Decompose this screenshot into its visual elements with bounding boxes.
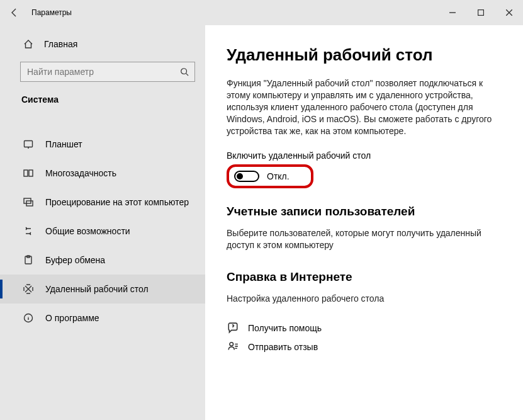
sidebar-item-label: Буфер обмена bbox=[45, 255, 105, 265]
sidebar-item-clipboard[interactable]: Буфер обмена bbox=[0, 246, 205, 275]
svg-rect-4 bbox=[29, 170, 33, 176]
sidebar-item-about[interactable]: О программе bbox=[0, 304, 205, 332]
tablet-icon bbox=[23, 139, 34, 149]
sidebar-item-remote-desktop[interactable]: Удаленный рабочий стол bbox=[0, 275, 205, 304]
svg-rect-0 bbox=[478, 10, 483, 16]
remote-desktop-toggle-highlight: Откл. bbox=[227, 164, 313, 188]
search-input[interactable] bbox=[21, 67, 174, 77]
toggle-state: Откл. bbox=[267, 171, 290, 181]
svg-rect-3 bbox=[24, 170, 28, 176]
sidebar-item-tablet[interactable]: Планшет bbox=[0, 130, 205, 159]
home-icon bbox=[23, 39, 34, 49]
search-box[interactable] bbox=[20, 62, 195, 82]
maximize-button[interactable] bbox=[466, 0, 495, 25]
sidebar-item-label: Многозадачность bbox=[45, 168, 116, 178]
close-button[interactable] bbox=[495, 0, 523, 25]
window-title: Параметры bbox=[29, 8, 72, 17]
sidebar-item-label: Планшет bbox=[45, 139, 82, 149]
multitasking-icon bbox=[23, 168, 34, 178]
svg-point-1 bbox=[181, 69, 187, 74]
projecting-icon bbox=[23, 197, 34, 207]
feedback-icon bbox=[227, 341, 239, 353]
accounts-desc: Выберите пользователей, которые могут по… bbox=[227, 227, 491, 251]
sidebar: Главная Система Планшет bbox=[0, 25, 205, 420]
help-title: Справка в Интернете bbox=[227, 270, 504, 284]
accounts-title: Учетные записи пользователей bbox=[227, 205, 504, 219]
sidebar-item-label: Удаленный рабочий стол bbox=[45, 284, 149, 294]
feedback-label: Отправить отзыв bbox=[248, 342, 318, 352]
help-desc: Настройка удаленного рабочего стола bbox=[227, 293, 491, 305]
shared-icon bbox=[23, 226, 34, 236]
clipboard-icon bbox=[23, 255, 34, 265]
sidebar-item-shared[interactable]: Общие возможности bbox=[0, 217, 205, 246]
category-label: Система bbox=[0, 87, 205, 112]
toggle-knob bbox=[237, 173, 243, 179]
sidebar-item-label: О программе bbox=[45, 313, 99, 323]
feedback-link[interactable]: Отправить отзыв bbox=[227, 338, 504, 356]
about-icon bbox=[23, 313, 34, 323]
remote-desktop-toggle[interactable] bbox=[234, 171, 259, 182]
get-help-link[interactable]: Получить помощь bbox=[227, 319, 504, 338]
svg-point-10 bbox=[230, 343, 233, 346]
main-content: Удаленный рабочий стол Функция "Удаленны… bbox=[205, 25, 523, 420]
titlebar: Параметры bbox=[0, 0, 523, 25]
page-description: Функция "Удаленный рабочий стол" позволя… bbox=[227, 77, 497, 137]
home-link[interactable]: Главная bbox=[0, 31, 205, 57]
help-icon bbox=[227, 322, 239, 334]
search-icon bbox=[174, 67, 194, 76]
minimize-button[interactable] bbox=[438, 0, 466, 25]
toggle-label: Включить удаленный рабочий стол bbox=[227, 150, 504, 161]
page-title: Удаленный рабочий стол bbox=[227, 45, 504, 65]
home-label: Главная bbox=[44, 39, 77, 49]
svg-rect-2 bbox=[25, 141, 33, 147]
back-button[interactable] bbox=[0, 0, 29, 25]
remote-desktop-icon bbox=[23, 284, 34, 294]
get-help-label: Получить помощь bbox=[248, 323, 322, 333]
sidebar-item-label: Общие возможности bbox=[45, 226, 130, 236]
sidebar-item-projecting[interactable]: Проецирование на этот компьютер bbox=[0, 188, 205, 217]
sidebar-item-label: Проецирование на этот компьютер bbox=[45, 197, 189, 207]
sidebar-item-multitasking[interactable]: Многозадачность bbox=[0, 159, 205, 188]
